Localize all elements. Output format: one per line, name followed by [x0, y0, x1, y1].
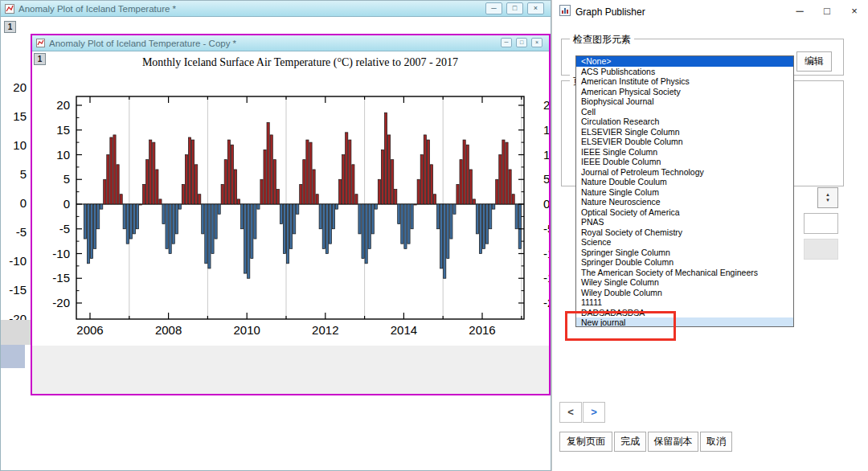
svg-text:2006: 2006	[76, 323, 103, 337]
window2-title: Anomaly Plot of Iceland Temperature - Co…	[49, 39, 236, 48]
journal-item[interactable]: IEEE Single Column	[576, 147, 793, 158]
window1-layer-badge[interactable]: 1	[4, 21, 16, 33]
journal-item[interactable]: Science	[576, 237, 793, 248]
journal-item[interactable]: 11111	[576, 297, 793, 308]
window1-close-button[interactable]: ×	[527, 2, 544, 14]
bg-y-axis-label: 5	[2, 167, 27, 181]
bg-y-axis-label: -15	[2, 283, 27, 297]
journal-item[interactable]: Optical Society of America	[576, 207, 793, 218]
window2-restore-button[interactable]: □	[516, 38, 527, 47]
background-chart-y-axis: 20151050-5-10-15-20	[1, 17, 28, 354]
journal-item[interactable]: Springer Single Column	[576, 248, 793, 258]
svg-text:-20: -20	[543, 296, 549, 309]
unit-spinner[interactable]: ▲ ▼	[817, 187, 838, 208]
journal-item[interactable]: Wiley Double Column	[576, 288, 793, 298]
svg-text:2008: 2008	[155, 323, 182, 337]
bg-y-axis-label: 20	[2, 80, 27, 94]
nav-previous-button[interactable]: <	[559, 402, 582, 423]
journal-item[interactable]: Cell	[576, 107, 793, 117]
journal-item[interactable]: Biophysical Journal	[576, 96, 793, 107]
publisher-close-button[interactable]: ×	[841, 0, 868, 24]
graph-window-icon	[36, 39, 45, 47]
window1-titlebar[interactable]: Anomaly Plot of Iceland Temperature * ─ …	[1, 1, 551, 17]
journal-item[interactable]: ACS Publishcations	[576, 67, 793, 77]
bg-y-axis-label: 10	[2, 138, 27, 152]
graph-publisher-icon	[559, 5, 571, 19]
svg-text:2010: 2010	[234, 323, 260, 337]
journal-item[interactable]: DADSADASDSA	[576, 308, 793, 318]
svg-text:5: 5	[63, 172, 70, 186]
application-window: Anomaly Plot of Iceland Temperature * ─ …	[0, 0, 868, 471]
svg-text:0: 0	[543, 197, 549, 211]
window1-scroll-strip	[1, 320, 31, 345]
bg-y-axis-label: -5	[2, 225, 27, 239]
cancel-button[interactable]: 取消	[700, 432, 732, 452]
copy-page-button[interactable]: 复制页面	[559, 432, 612, 452]
svg-text:0: 0	[63, 197, 70, 211]
page-value-disabled-field	[804, 239, 838, 260]
svg-text:20: 20	[543, 98, 549, 112]
window1-minimize-button[interactable]: ─	[485, 2, 502, 14]
svg-text:-10: -10	[543, 247, 549, 260]
window1-scroll-corner[interactable]	[1, 345, 25, 368]
svg-text:2012: 2012	[312, 323, 338, 337]
page-value-input[interactable]	[804, 213, 838, 234]
bg-y-axis-label: 15	[2, 109, 27, 123]
journal-item[interactable]: Nature Double Coulum	[576, 177, 793, 187]
svg-text:2016: 2016	[469, 323, 495, 337]
keep-copy-button[interactable]: 保留副本	[648, 432, 698, 452]
svg-text:-20: -20	[52, 296, 70, 309]
journal-item[interactable]: Wiley Single Column	[576, 277, 793, 288]
window2-layer-badge[interactable]: 1	[34, 53, 46, 65]
journal-item[interactable]: IEEE Double Column	[576, 157, 793, 167]
journal-item[interactable]: Circulation Research	[576, 117, 793, 127]
nav-next-button[interactable]: >	[583, 402, 605, 423]
journal-item[interactable]: PNAS	[576, 217, 793, 227]
svg-text:10: 10	[56, 148, 70, 162]
window2-titlebar[interactable]: Anomaly Plot of Iceland Temperature - Co…	[32, 35, 549, 51]
spinner-up-icon: ▲	[825, 192, 830, 198]
journal-item[interactable]: <None>	[576, 56, 793, 67]
bg-y-axis-label: 0	[2, 196, 27, 210]
window2-close-button[interactable]: ×	[531, 38, 542, 47]
publisher-title: Graph Publisher	[575, 6, 645, 18]
anomaly-chart[interactable]: 2020151510105500-5-5-10-10-15-15-20-2020…	[32, 51, 549, 346]
edit-button[interactable]: 编辑	[796, 51, 832, 72]
journal-item[interactable]: American Institute of Physics	[576, 76, 793, 87]
graph-window-icon	[5, 4, 14, 14]
journal-item[interactable]: Nature Neuroscience	[576, 197, 793, 207]
svg-text:2014: 2014	[391, 323, 417, 337]
svg-text:20: 20	[56, 98, 70, 112]
journal-item[interactable]: Royal Society of Chemistry	[576, 227, 793, 238]
svg-text:10: 10	[543, 148, 549, 162]
publisher-maximize-button[interactable]: □	[813, 0, 841, 24]
done-button[interactable]: 完成	[614, 432, 646, 452]
journal-item[interactable]: Springer Double Column	[576, 257, 793, 268]
journal-item[interactable]: New journal	[576, 317, 793, 327]
journal-item[interactable]: The American Society of Mechanical Engin…	[576, 268, 793, 278]
journal-item[interactable]: Journal of Petroleum Technology	[576, 167, 793, 178]
publisher-titlebar[interactable]: Graph Publisher ─ □ ×	[552, 0, 868, 24]
svg-text:-5: -5	[59, 222, 70, 236]
svg-text:-15: -15	[52, 271, 70, 285]
journal-list: <None>ACS PublishcationsAmerican Institu…	[575, 55, 794, 327]
journal-item[interactable]: American Physical Society	[576, 87, 793, 97]
svg-text:-15: -15	[543, 271, 549, 285]
spinner-down-icon: ▼	[825, 198, 830, 203]
inspect-elements-label: 检查图形元素	[570, 33, 634, 47]
svg-text:-5: -5	[543, 222, 549, 236]
svg-text:5: 5	[543, 172, 549, 186]
window1-title: Anomaly Plot of Iceland Temperature *	[18, 4, 176, 14]
window2-body: 1 Monthly Iceland Surface Air Temperatur…	[32, 51, 549, 394]
graph-page: 1 Monthly Iceland Surface Air Temperatur…	[32, 51, 549, 346]
window1-restore-button[interactable]: □	[506, 2, 523, 14]
journal-item[interactable]: ELSEVIER Double Column	[576, 137, 793, 147]
graph-window-copy: Anomaly Plot of Iceland Temperature - Co…	[31, 34, 551, 395]
window2-minimize-button[interactable]: ─	[501, 38, 512, 47]
svg-text:15: 15	[543, 123, 549, 137]
journal-item[interactable]: ELSEVIER Single Column	[576, 127, 793, 137]
journal-item[interactable]: Nature Single Colum	[576, 187, 793, 198]
bg-y-axis-label: -10	[2, 254, 27, 268]
svg-text:15: 15	[56, 123, 70, 137]
publisher-minimize-button[interactable]: ─	[786, 0, 813, 24]
